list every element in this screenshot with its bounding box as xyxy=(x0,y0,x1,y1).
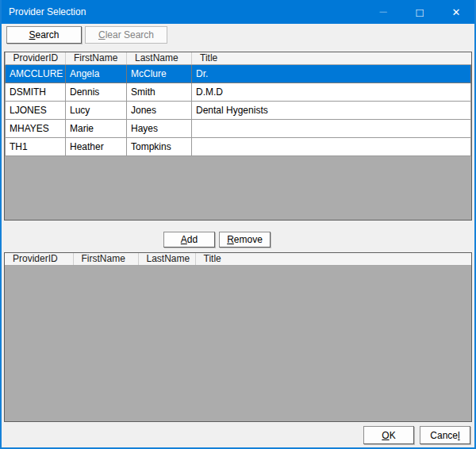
selected-providers-grid: ProviderID FirstName LastName Title xyxy=(4,252,472,422)
add-button[interactable]: Add xyxy=(163,232,215,248)
window-title: Provider Selection xyxy=(2,6,86,17)
cell-firstname[interactable]: Lucy xyxy=(66,101,127,119)
table-header-row: ProviderID FirstName LastName Title xyxy=(6,52,471,64)
table-row[interactable]: AMCCLURE Angela McClure Dr. xyxy=(6,64,471,83)
cell-firstname[interactable]: Angela xyxy=(66,64,127,83)
caption-buttons: ─ □ ✕ xyxy=(365,0,474,24)
cell-title[interactable]: D.M.D xyxy=(192,83,471,101)
table-header-row: ProviderID FirstName LastName Title xyxy=(5,253,471,265)
column-header-providerid[interactable]: ProviderID xyxy=(6,52,66,64)
provider-selection-dialog: Provider Selection ─ □ ✕ Search Clear Se… xyxy=(0,0,476,449)
cell-title[interactable]: Dental Hygenists xyxy=(192,101,471,119)
maximize-icon: □ xyxy=(416,6,423,18)
cell-lastname[interactable]: Smith xyxy=(127,83,192,101)
column-header-firstname[interactable]: FirstName xyxy=(73,253,138,265)
remove-button[interactable]: Remove xyxy=(219,232,271,248)
cell-firstname[interactable]: Heather xyxy=(66,137,127,155)
cell-lastname[interactable]: McClure xyxy=(127,64,192,83)
table-row[interactable]: DSMITH Dennis Smith D.M.D xyxy=(6,83,471,101)
close-button[interactable]: ✕ xyxy=(438,0,474,24)
minimize-button: ─ xyxy=(365,0,401,24)
maximize-button[interactable]: □ xyxy=(401,0,438,24)
selected-providers-table: ProviderID FirstName LastName Title xyxy=(5,253,471,266)
cell-firstname[interactable]: Dennis xyxy=(66,83,127,101)
table-row[interactable]: LJONES Lucy Jones Dental Hygenists xyxy=(6,101,471,119)
column-header-lastname[interactable]: LastName xyxy=(127,52,192,64)
ok-button[interactable]: OK xyxy=(363,426,414,444)
table-row[interactable]: TH1 Heather Tompkins xyxy=(6,137,471,155)
cell-providerid[interactable]: TH1 xyxy=(6,137,66,155)
cell-lastname[interactable]: Tompkins xyxy=(127,137,192,155)
column-header-providerid[interactable]: ProviderID xyxy=(5,253,73,265)
cell-lastname[interactable]: Jones xyxy=(127,101,192,119)
minimize-icon: ─ xyxy=(379,6,386,17)
search-button[interactable]: Search xyxy=(6,26,82,44)
clear-search-button: Clear Search xyxy=(85,26,167,44)
column-header-firstname[interactable]: FirstName xyxy=(66,52,127,64)
cell-title[interactable] xyxy=(192,137,471,155)
cell-providerid[interactable]: MHAYES xyxy=(6,119,66,137)
cell-providerid[interactable]: LJONES xyxy=(6,101,66,119)
table-row[interactable]: MHAYES Marie Hayes xyxy=(6,119,471,137)
available-providers-grid: ProviderID FirstName LastName Title AMCC… xyxy=(4,52,472,221)
cell-lastname[interactable]: Hayes xyxy=(127,119,192,137)
cell-firstname[interactable]: Marie xyxy=(66,119,127,137)
cancel-button[interactable]: Cancel xyxy=(420,426,470,444)
column-header-lastname[interactable]: LastName xyxy=(138,253,195,265)
cell-title[interactable] xyxy=(192,119,471,137)
close-icon: ✕ xyxy=(452,7,461,17)
cell-providerid[interactable]: DSMITH xyxy=(6,83,66,101)
titlebar[interactable]: Provider Selection ─ □ ✕ xyxy=(2,0,474,24)
available-providers-table: ProviderID FirstName LastName Title AMCC… xyxy=(5,52,471,156)
column-header-title[interactable]: Title xyxy=(195,253,471,265)
column-header-title[interactable]: Title xyxy=(192,52,471,64)
cell-title[interactable]: Dr. xyxy=(192,64,471,83)
cell-providerid[interactable]: AMCCLURE xyxy=(6,64,66,83)
